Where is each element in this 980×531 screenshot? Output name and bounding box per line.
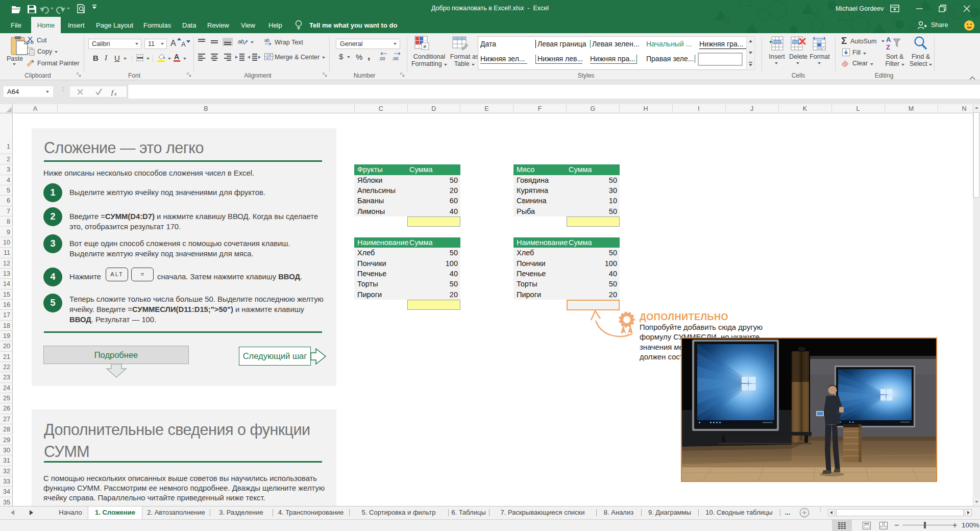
- svg-text:ab: ab: [238, 38, 244, 44]
- svg-text:≠: ≠: [423, 43, 426, 50]
- svg-text:.00: .00: [392, 56, 399, 61]
- svg-text:ab: ab: [264, 38, 270, 43]
- svg-text:.00: .00: [379, 56, 385, 61]
- svg-text:Z: Z: [886, 43, 890, 51]
- svg-text:x: x: [114, 91, 117, 96]
- svg-text:A: A: [886, 36, 891, 43]
